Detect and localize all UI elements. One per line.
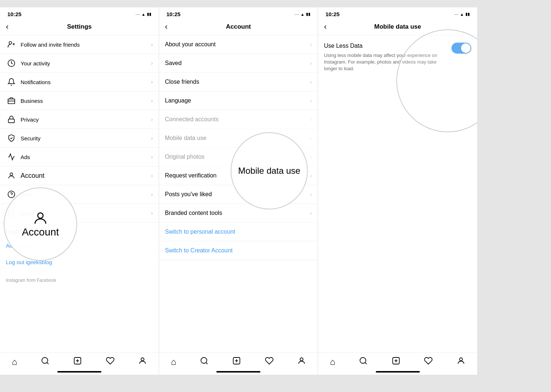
home-indicator <box>57 371 101 373</box>
tab-search-icon-3[interactable] <box>359 356 368 367</box>
ads-icon <box>6 153 17 161</box>
logins-section-header: Logins <box>0 223 159 237</box>
mobile-data-label: Mobile data use <box>165 135 310 141</box>
tab-heart-icon-2[interactable] <box>265 356 274 367</box>
settings-item-notifications[interactable]: Notifications › <box>0 73 159 91</box>
battery-icon-2: ▮▮ <box>306 12 310 17</box>
activity-label: Your activity <box>21 60 151 66</box>
toggle-title: Use Less Data <box>324 43 447 49</box>
account-item-switch-personal[interactable]: Switch to personal account <box>159 223 318 241</box>
chevron-icon: › <box>151 79 153 85</box>
original-photos-label: Original photos <box>165 154 310 160</box>
status-icons-3: ···· ▲ ▮▮ <box>454 12 470 17</box>
tab-home-icon-2[interactable]: ⌂ <box>171 357 176 367</box>
settings-list: Follow and invite friends › Your activit… <box>0 35 159 223</box>
chevron-icon: › <box>151 154 153 160</box>
use-less-data-toggle[interactable] <box>451 43 471 54</box>
svg-line-15 <box>47 363 48 364</box>
tab-add-icon-3[interactable] <box>392 356 400 367</box>
tab-heart-icon-3[interactable] <box>424 356 433 367</box>
account-item-close-friends[interactable]: Close friends › <box>159 73 318 91</box>
account-item-mobile-data[interactable]: Mobile data use › <box>159 129 318 148</box>
notifications-label: Notifications <box>21 79 151 85</box>
settings-item-privacy[interactable]: Privacy › <box>0 110 159 129</box>
chevron-icon: › <box>151 98 153 104</box>
status-bar: 10:25 ···· ▲ ▮▮ <box>0 7 159 19</box>
account-item-branded-content[interactable]: Branded content tools › <box>159 204 318 223</box>
status-time-2: 10:25 <box>166 11 180 17</box>
follow-icon <box>6 40 17 48</box>
svg-point-7 <box>10 173 12 176</box>
account-item-about[interactable]: About your account › <box>159 35 318 54</box>
signal-icon-3: ···· <box>454 12 458 17</box>
settings-item-help[interactable]: Help › <box>0 185 159 204</box>
svg-point-19 <box>141 358 144 361</box>
account-item-connected[interactable]: Connected accounts › <box>159 110 318 129</box>
chevron-icon: › <box>310 98 312 104</box>
add-account-item[interactable]: Add account <box>0 237 159 254</box>
account-item-posts-liked[interactable]: Posts you've liked › <box>159 185 318 204</box>
tab-profile-icon-2[interactable] <box>297 356 306 367</box>
screen-title-2: Account <box>226 23 251 30</box>
tab-heart-icon[interactable] <box>106 356 115 367</box>
home-indicator-2 <box>216 371 260 373</box>
tab-profile-icon-3[interactable] <box>457 356 465 367</box>
svg-line-27 <box>365 363 367 364</box>
status-icons-2: ···· ▲ ▮▮ <box>295 12 310 17</box>
chevron-icon: › <box>310 79 312 85</box>
settings-item-account[interactable]: Account › <box>0 166 159 185</box>
account-item-original-photos[interactable]: Original photos › <box>159 148 318 166</box>
security-label: Security <box>21 135 151 141</box>
tab-home-icon-3[interactable]: ⌂ <box>330 357 335 367</box>
settings-item-about[interactable]: About › <box>0 204 159 223</box>
branded-content-label: Branded content tools <box>165 210 310 216</box>
tab-add-icon[interactable] <box>73 356 82 367</box>
mobile-data-screen: 10:25 ···· ▲ ▮▮ ‹ Mobile data use Use Le… <box>318 7 477 375</box>
account-item-switch-creator[interactable]: Switch to Creator Account <box>159 241 318 260</box>
help-label: Help <box>21 191 151 198</box>
chevron-icon: › <box>151 173 153 179</box>
settings-item-ads[interactable]: Ads › <box>0 148 159 166</box>
chevron-icon: › <box>310 154 312 160</box>
account-item-saved[interactable]: Saved › <box>159 54 318 73</box>
account-item-language[interactable]: Language › <box>159 91 318 110</box>
screen-title: Settings <box>67 23 91 30</box>
status-bar-2: 10:25 ···· ▲ ▮▮ <box>159 7 318 19</box>
status-time-3: 10:25 <box>325 11 339 17</box>
svg-rect-4 <box>8 99 15 104</box>
settings-item-business[interactable]: Business › <box>0 91 159 110</box>
toggle-row: Use Less Data Using less mobile data may… <box>318 35 477 80</box>
chevron-icon: › <box>151 42 153 47</box>
settings-item-security[interactable]: Security › <box>0 129 159 148</box>
wifi-icon-2: ▲ <box>300 12 305 17</box>
chevron-icon: › <box>151 60 153 66</box>
svg-point-31 <box>460 358 462 361</box>
back-button-3[interactable]: ‹ <box>324 22 327 32</box>
logout-item[interactable]: Log out igeeksblog <box>0 254 159 270</box>
tab-profile-icon[interactable] <box>138 356 147 367</box>
about-your-account-label: About your account <box>165 41 310 48</box>
logout-label: Log out igeeksblog <box>6 259 52 265</box>
help-icon <box>6 190 17 198</box>
nav-header-2: ‹ Account <box>159 19 318 35</box>
settings-item-activity[interactable]: Your activity › <box>0 54 159 73</box>
chevron-icon: › <box>310 135 312 141</box>
ads-label: Ads <box>21 154 151 160</box>
tab-search-icon[interactable] <box>41 356 50 367</box>
svg-point-26 <box>360 357 366 363</box>
svg-point-25 <box>300 358 303 361</box>
status-icons: ···· ▲ ▮▮ <box>136 12 151 17</box>
tab-search-icon-2[interactable] <box>200 356 209 367</box>
close-friends-label: Close friends <box>165 79 310 85</box>
settings-screen: 10:25 ···· ▲ ▮▮ ‹ Settings Follow and in… <box>0 7 159 375</box>
status-time: 10:25 <box>7 11 21 17</box>
chevron-icon: › <box>310 210 312 216</box>
account-item-request-verification[interactable]: Request verification › <box>159 166 318 185</box>
back-button[interactable]: ‹ <box>6 22 8 32</box>
back-button-2[interactable]: ‹ <box>165 22 168 32</box>
tab-add-icon-2[interactable] <box>232 356 241 367</box>
tab-home-icon[interactable]: ⌂ <box>12 357 17 367</box>
account-screen: 10:25 ···· ▲ ▮▮ ‹ Account About your acc… <box>159 7 318 375</box>
settings-item-follow[interactable]: Follow and invite friends › <box>0 35 159 54</box>
svg-rect-6 <box>8 119 15 123</box>
